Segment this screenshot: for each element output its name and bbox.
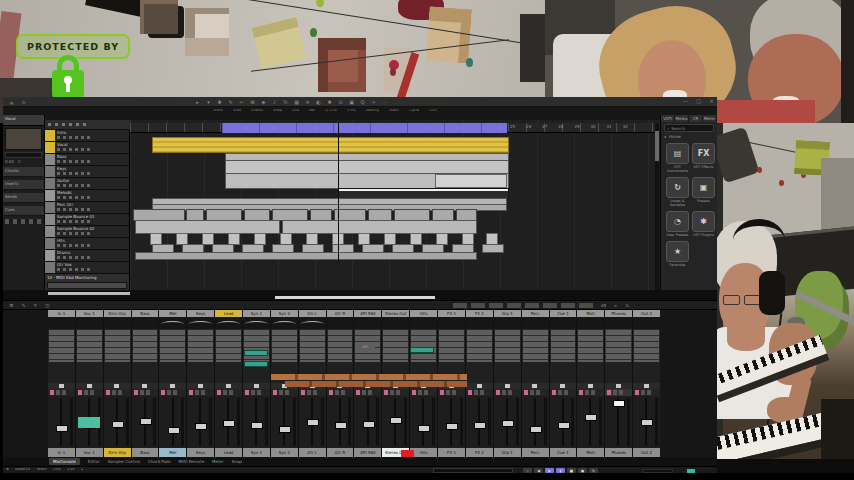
channel-buttons[interactable] — [134, 390, 157, 395]
status-item[interactable]: Audio 01 — [15, 468, 31, 472]
pan-control[interactable] — [76, 383, 103, 389]
pan-control[interactable] — [605, 383, 632, 389]
media-tile[interactable]: ★ Favorites — [666, 241, 689, 267]
channel-buttons[interactable] — [301, 390, 324, 395]
mixer-channel[interactable]: Keys Keys — [187, 310, 214, 457]
channel-name-label[interactable]: Grp 1 — [494, 448, 521, 457]
fader-lane[interactable] — [605, 396, 632, 448]
fader-lane[interactable] — [48, 396, 75, 448]
media-tile[interactable]: FX VST Effects — [692, 143, 715, 173]
audio-clip[interactable] — [435, 174, 507, 188]
info-field[interactable]: Grid — [292, 109, 299, 113]
audio-clip[interactable] — [482, 244, 504, 253]
info-field[interactable]: Events — [251, 109, 263, 113]
track-controls[interactable] — [57, 160, 93, 163]
tool-icon[interactable]: ≡ — [303, 99, 312, 105]
media-tile-icon[interactable]: ◔ — [666, 211, 689, 232]
window-controls[interactable]: —□✕ — [681, 98, 716, 104]
channel-name-label[interactable]: Phones — [605, 448, 632, 457]
channel-name-label[interactable]: Gtr L — [299, 448, 326, 457]
fader-cap[interactable] — [223, 420, 235, 427]
channel-header[interactable]: Drm Grp — [104, 310, 131, 317]
mixer-channel[interactable]: Grp 1 Grp 1 — [494, 310, 521, 457]
channel-insert-slots[interactable] — [77, 330, 102, 362]
channel-insert-slots[interactable] — [160, 330, 185, 362]
tool-icon[interactable]: ⋯ — [380, 99, 389, 105]
fader-cap[interactable] — [335, 422, 347, 429]
track-name[interactable]: Vocal — [57, 143, 127, 147]
info-field[interactable]: Touch — [213, 109, 223, 113]
media-tile-icon[interactable]: FX — [692, 143, 715, 164]
media-tile-icon[interactable]: ✱ — [692, 211, 715, 232]
channel-name-label[interactable]: Bass — [132, 448, 159, 457]
tool-icon[interactable]: ▣ — [347, 99, 356, 105]
fader-lane[interactable] — [271, 396, 298, 448]
fader-cap[interactable] — [418, 425, 430, 432]
channel-name-label[interactable]: Syn 2 — [271, 448, 298, 457]
fader-lane[interactable] — [159, 396, 186, 448]
tool-icon[interactable]: ↻ — [281, 99, 290, 105]
track-name[interactable]: Keys — [57, 167, 127, 171]
arrange-vscrollbar[interactable] — [655, 123, 659, 290]
track-row[interactable]: Intro — [45, 130, 129, 142]
fader-lane[interactable] — [494, 396, 521, 448]
inspector-section-header[interactable]: Sends — [3, 193, 44, 203]
fader-cap[interactable] — [307, 419, 319, 426]
track-name[interactable]: Sample Bounce 01 — [57, 215, 127, 219]
pan-value[interactable]: C — [18, 160, 21, 164]
lower-zone-tab[interactable]: Sampler Control — [108, 459, 140, 464]
fader-cap[interactable] — [168, 427, 180, 434]
arrangement-area[interactable]: 2526272829303132 — [130, 120, 660, 290]
track-controls[interactable] — [57, 232, 93, 235]
inspector-sections[interactable]: ChordsInsertsSendsCues — [3, 167, 44, 216]
track-row[interactable]: Drums — [45, 250, 129, 262]
fader-cap[interactable] — [474, 422, 486, 429]
channel-buttons[interactable] — [189, 390, 212, 395]
mixer-toolbar-buttons[interactable] — [453, 303, 593, 308]
tool-icon[interactable]: ⊞ — [248, 99, 257, 105]
pan-control[interactable] — [494, 383, 521, 389]
channel-header[interactable]: Hits — [410, 310, 437, 317]
track-controls[interactable] — [57, 148, 93, 151]
status-item[interactable]: ⊕ — [6, 468, 9, 472]
tool-icon[interactable]: ⊙ — [336, 99, 345, 105]
right-zone-tab[interactable]: Meter — [703, 115, 717, 122]
media-tile-icon[interactable]: ↻ — [666, 177, 689, 198]
channel-buttons[interactable] — [106, 390, 129, 395]
channel-insert-slots[interactable] — [578, 330, 603, 362]
audio-clip[interactable] — [135, 220, 280, 234]
channel-insert-slots[interactable] — [188, 330, 213, 362]
fader-lane[interactable] — [633, 396, 660, 448]
pan-control[interactable] — [104, 383, 131, 389]
channel-header[interactable]: Syn 2 — [271, 310, 298, 317]
channel-buttons[interactable] — [496, 390, 519, 395]
channel-insert-slots[interactable] — [523, 330, 548, 362]
info-field[interactable]: Insert — [389, 109, 399, 113]
channel-insert-slots[interactable] — [383, 330, 408, 362]
track-row[interactable]: Perc Gtr — [45, 202, 129, 214]
fader-cap[interactable] — [390, 417, 402, 424]
channel-insert-slots[interactable] — [439, 330, 464, 362]
track-name[interactable]: Sample Bounce 02 — [57, 227, 127, 231]
audio-clip[interactable] — [135, 252, 477, 260]
status-item[interactable]: Q — [81, 468, 84, 472]
insert-slot-red-text[interactable]: API — [355, 345, 375, 350]
right-zone-tab[interactable]: CR — [689, 115, 703, 122]
channel-buttons[interactable] — [356, 390, 379, 395]
fader-lane[interactable] — [327, 396, 354, 448]
channel-name-label[interactable]: Keys — [187, 448, 214, 457]
channel-header[interactable]: FX 1 — [438, 310, 465, 317]
fader-lane[interactable] — [215, 396, 242, 448]
sends-row-orange-2[interactable] — [285, 381, 467, 387]
mixer-channel[interactable]: Drm Grp Drm Grp — [104, 310, 131, 457]
channel-buttons[interactable] — [78, 390, 101, 395]
info-field[interactable]: Snap — [273, 109, 282, 113]
channel-buttons[interactable] — [329, 390, 352, 395]
mixer-tool-icon-right[interactable]: ≈ — [611, 303, 620, 308]
playhead-cursor[interactable] — [338, 123, 339, 263]
track-row[interactable]: Keys — [45, 166, 129, 178]
right-zone-tab[interactable]: Media — [675, 115, 689, 122]
mixer-toolbar-right[interactable]: dB≈↻ — [599, 303, 632, 308]
channel-insert-slots[interactable] — [133, 330, 158, 362]
back-icon[interactable]: ◂ — [664, 135, 666, 139]
